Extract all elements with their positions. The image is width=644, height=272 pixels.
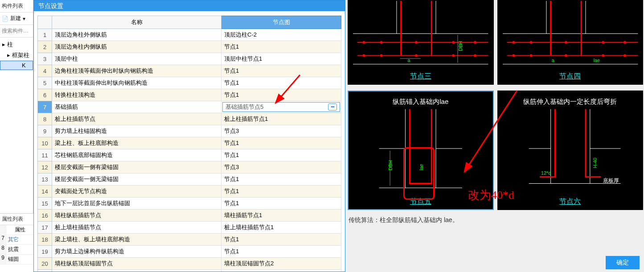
tree-item-column[interactable]: ▸ 柱 xyxy=(0,39,33,50)
name-cell[interactable]: 芯柱钢筋底部锚固构造 xyxy=(52,149,222,161)
svg-point-34 xyxy=(623,54,626,57)
img-cell[interactable]: 节点1 xyxy=(222,185,341,198)
img-header[interactable]: 节点图 xyxy=(222,16,341,29)
tree-item-frame-column[interactable]: ▸ 框架柱 xyxy=(0,50,33,61)
table-row[interactable]: 19剪力墙上边缘构件纵筋构造节点1 xyxy=(38,246,341,258)
table-row[interactable]: 17桩上墙柱插筋节点桩上墙柱插筋节点1 xyxy=(38,222,341,234)
table-row[interactable]: 12楼层变截面一侧有梁锚固节点3 xyxy=(38,161,341,173)
name-cell[interactable]: 梁上柱、板上柱底部构造 xyxy=(52,137,222,149)
row-number: 7 xyxy=(38,101,52,113)
name-cell[interactable]: 变截面处无节点构造 xyxy=(52,185,222,198)
svg-text:DBH: DBH xyxy=(388,160,393,170)
img-cell[interactable]: 节点3 xyxy=(222,161,341,173)
table-row[interactable]: 18梁上墙柱、板上墙柱底部构造节点1 xyxy=(38,234,341,246)
ellipsis-icon[interactable]: ••• xyxy=(328,103,337,111)
svg-point-26 xyxy=(529,41,532,44)
name-cell[interactable]: 中柱柱顶等截面伸出时纵向钢筋构造 xyxy=(52,77,222,89)
name-cell[interactable]: 墙柱纵筋楼层变截面锚固节点 xyxy=(52,270,222,272)
svg-point-14 xyxy=(452,54,455,57)
name-cell[interactable]: 顶层中柱 xyxy=(52,53,222,65)
node-img-input[interactable]: 基础插筋节点5••• xyxy=(222,102,340,112)
table-row[interactable]: 6转换柱柱顶构造节点1 xyxy=(38,89,341,101)
property-row[interactable]: 7 其它 xyxy=(0,235,33,245)
table-row[interactable]: 3顶层中柱顶层中柱节点1 xyxy=(38,53,341,65)
svg-point-15 xyxy=(474,54,476,57)
name-cell[interactable]: 顶层边角柱内侧纵筋 xyxy=(52,41,222,53)
svg-text:H-40: H-40 xyxy=(592,158,597,168)
name-cell[interactable]: 楼层变截面一侧有梁锚固 xyxy=(52,161,222,173)
thumb-node6[interactable]: 纵筋伸入基础内一定长度后弯折 12*d H-40 底板厚 节点六 xyxy=(497,91,644,210)
table-row[interactable]: 7基础插筋基础插筋节点5••• xyxy=(38,101,341,113)
tree-item-k[interactable]: K xyxy=(0,61,33,70)
name-cell[interactable]: 墙柱纵筋顶层锚固节点 xyxy=(52,258,222,270)
svg-point-28 xyxy=(602,41,604,44)
name-cell[interactable]: 基础插筋 xyxy=(52,101,222,113)
table-row[interactable]: 13楼层变截面一侧无梁锚固节点1 xyxy=(38,173,341,185)
svg-point-13 xyxy=(415,54,418,57)
thumb-node4[interactable]: a lae 节点四 xyxy=(497,0,644,85)
name-cell[interactable]: 桩上墙柱插筋节点 xyxy=(52,222,222,234)
table-row[interactable]: 11芯柱钢筋底部锚固构造节点1 xyxy=(38,149,341,161)
property-col-header: 属性 xyxy=(0,225,33,235)
img-cell[interactable]: 节点1 xyxy=(222,77,341,89)
table-row[interactable]: 5中柱柱顶等截面伸出时纵向钢筋构造节点1 xyxy=(38,77,341,89)
img-cell[interactable]: 节点1 xyxy=(222,173,341,185)
table-row[interactable]: 21墙柱纵筋楼层变截面锚固节点墙柱楼层变截面节点 xyxy=(38,270,341,272)
name-cell[interactable]: 剪力墙上柱锚固构造 xyxy=(52,125,222,137)
thumb-node3[interactable]: a DBH 节点三 xyxy=(348,0,494,85)
img-cell[interactable]: 顶层边柱C-2 xyxy=(222,29,341,41)
thumb-label: 节点三 xyxy=(410,72,431,81)
img-cell[interactable]: 节点1 xyxy=(222,41,341,53)
name-cell[interactable]: 楼层变截面一侧无梁锚固 xyxy=(52,173,222,185)
new-button[interactable]: 📄 新建 ▾ xyxy=(0,12,33,25)
row-number: 2 xyxy=(38,41,52,53)
table-row[interactable]: 14变截面处无节点构造节点1 xyxy=(38,185,341,198)
table-row[interactable]: 16墙柱纵筋插筋节点墙柱插筋节点1 xyxy=(38,210,341,222)
property-row[interactable]: 9 锚固 xyxy=(0,255,33,264)
table-row[interactable]: 2顶层边角柱内侧纵筋节点1 xyxy=(38,41,341,53)
name-cell[interactable]: 地下一层比首层多出纵筋锚固 xyxy=(52,198,222,210)
table-row[interactable]: 20墙柱纵筋顶层锚固节点墙柱顶层锚固节点2 xyxy=(38,258,341,270)
name-cell[interactable]: 梁上墙柱、板上墙柱底部构造 xyxy=(52,234,222,246)
img-cell[interactable]: 墙柱插筋节点1 xyxy=(222,210,341,222)
property-row[interactable]: 8 抗震 xyxy=(0,245,33,255)
name-cell[interactable]: 桩上柱插筋节点 xyxy=(52,113,222,125)
svg-text:DBH: DBH xyxy=(458,41,463,51)
img-cell[interactable]: 墙柱顶层锚固节点2 xyxy=(222,258,341,270)
name-header[interactable]: 名称 xyxy=(52,16,222,29)
img-cell[interactable]: 桩上墙柱插筋节点1 xyxy=(222,222,341,234)
table-row[interactable]: 10梁上柱、板上柱底部构造节点1 xyxy=(38,137,341,149)
row-number: 10 xyxy=(38,137,52,149)
img-cell[interactable]: 节点1 xyxy=(222,198,341,210)
img-cell[interactable]: 节点1 xyxy=(222,234,341,246)
row-number: 8 xyxy=(38,113,52,125)
img-cell[interactable]: 节点1 xyxy=(222,137,341,149)
table-row[interactable]: 9剪力墙上柱锚固构造节点3 xyxy=(38,125,341,137)
img-cell[interactable]: 顶层中柱节点1 xyxy=(222,53,341,65)
search-input[interactable]: 搜索构件… xyxy=(0,25,33,37)
img-cell[interactable]: 基础插筋节点5••• xyxy=(222,101,341,113)
svg-text:lae: lae xyxy=(593,58,599,63)
confirm-button[interactable]: 确定 xyxy=(606,256,640,269)
img-cell[interactable]: 节点1 xyxy=(222,89,341,101)
name-cell[interactable]: 顶层边角柱外侧纵筋 xyxy=(52,29,222,41)
row-num-header xyxy=(38,16,52,29)
table-row[interactable]: 8桩上柱插筋节点桩上柱插筋节点1 xyxy=(38,113,341,125)
table-row[interactable]: 1顶层边角柱外侧纵筋顶层边柱C-2 xyxy=(38,29,341,41)
img-cell[interactable]: 节点1 xyxy=(222,149,341,161)
row-number: 20 xyxy=(38,258,52,270)
img-cell[interactable]: 节点3 xyxy=(222,125,341,137)
svg-point-31 xyxy=(529,54,532,57)
document-icon: 📄 xyxy=(2,16,8,22)
img-cell[interactable]: 桩上柱插筋节点1 xyxy=(222,113,341,125)
img-cell[interactable]: 节点1 xyxy=(222,65,341,77)
name-cell[interactable]: 边角柱柱顶等截面伸出时纵向钢筋构造 xyxy=(52,65,222,77)
table-row[interactable]: 15地下一层比首层多出纵筋锚固节点1 xyxy=(38,198,341,210)
name-cell[interactable]: 转换柱柱顶构造 xyxy=(52,89,222,101)
name-cell[interactable]: 墙柱纵筋插筋节点 xyxy=(52,210,222,222)
row-number: 18 xyxy=(38,234,52,246)
name-cell[interactable]: 剪力墙上边缘构件纵筋构造 xyxy=(52,246,222,258)
img-cell[interactable]: 墙柱楼层变截面节点 xyxy=(222,270,341,272)
table-row[interactable]: 4边角柱柱顶等截面伸出时纵向钢筋构造节点1 xyxy=(38,65,341,77)
img-cell[interactable]: 节点1 xyxy=(222,246,341,258)
